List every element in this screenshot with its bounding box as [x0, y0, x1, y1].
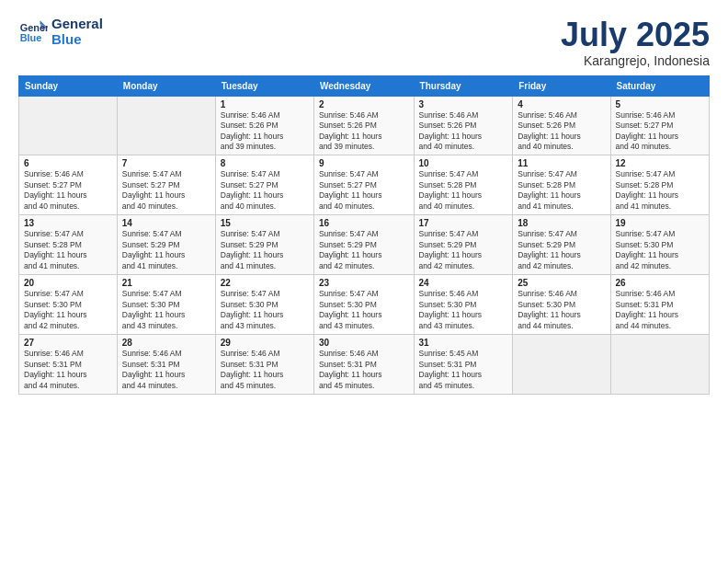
week-row-4: 20Sunrise: 5:47 AM Sunset: 5:30 PM Dayli… — [19, 275, 710, 335]
day-detail: Sunrise: 5:46 AM Sunset: 5:26 PM Dayligh… — [221, 110, 309, 153]
svg-text:Blue: Blue — [20, 32, 42, 43]
day-number: 22 — [221, 278, 309, 288]
calendar-cell — [117, 96, 215, 155]
day-number: 29 — [221, 338, 309, 348]
day-detail: Sunrise: 5:45 AM Sunset: 5:31 PM Dayligh… — [419, 349, 508, 391]
day-detail: Sunrise: 5:47 AM Sunset: 5:30 PM Dayligh… — [221, 289, 309, 331]
day-number: 24 — [419, 278, 508, 288]
calendar-cell: 2Sunrise: 5:46 AM Sunset: 5:26 PM Daylig… — [313, 96, 414, 155]
calendar-cell: 5Sunrise: 5:46 AM Sunset: 5:27 PM Daylig… — [610, 96, 709, 155]
day-number: 4 — [518, 99, 605, 109]
calendar-table: Sunday Monday Tuesday Wednesday Thursday… — [18, 75, 710, 395]
day-detail: Sunrise: 5:46 AM Sunset: 5:31 PM Dayligh… — [24, 349, 112, 391]
calendar-cell: 26Sunrise: 5:46 AM Sunset: 5:31 PM Dayli… — [610, 275, 709, 335]
calendar-cell: 12Sunrise: 5:47 AM Sunset: 5:28 PM Dayli… — [610, 155, 709, 215]
calendar-cell: 20Sunrise: 5:47 AM Sunset: 5:30 PM Dayli… — [19, 275, 118, 335]
week-row-2: 6Sunrise: 5:46 AM Sunset: 5:27 PM Daylig… — [19, 155, 710, 215]
day-detail: Sunrise: 5:47 AM Sunset: 5:30 PM Dayligh… — [616, 229, 704, 271]
day-number: 7 — [122, 158, 210, 168]
day-detail: Sunrise: 5:47 AM Sunset: 5:28 PM Dayligh… — [518, 169, 605, 212]
day-number: 26 — [616, 278, 704, 288]
day-number: 31 — [419, 338, 508, 348]
day-number: 13 — [24, 218, 112, 228]
day-number: 17 — [419, 218, 508, 228]
day-number: 2 — [319, 99, 409, 109]
calendar-cell: 10Sunrise: 5:47 AM Sunset: 5:28 PM Dayli… — [414, 155, 513, 215]
col-sunday: Sunday — [19, 75, 118, 96]
day-detail: Sunrise: 5:46 AM Sunset: 5:31 PM Dayligh… — [616, 289, 704, 331]
day-detail: Sunrise: 5:46 AM Sunset: 5:31 PM Dayligh… — [221, 349, 309, 391]
calendar-cell: 18Sunrise: 5:47 AM Sunset: 5:29 PM Dayli… — [513, 215, 610, 275]
calendar-cell: 24Sunrise: 5:46 AM Sunset: 5:30 PM Dayli… — [414, 275, 513, 335]
calendar-cell: 28Sunrise: 5:46 AM Sunset: 5:31 PM Dayli… — [117, 335, 215, 395]
day-detail: Sunrise: 5:47 AM Sunset: 5:28 PM Dayligh… — [24, 229, 112, 271]
logo-line1: General — [51, 17, 103, 32]
day-detail: Sunrise: 5:47 AM Sunset: 5:29 PM Dayligh… — [419, 229, 508, 271]
col-monday: Monday — [117, 75, 215, 96]
day-number: 19 — [616, 218, 704, 228]
logo-icon: General Blue — [18, 17, 48, 47]
calendar-cell: 19Sunrise: 5:47 AM Sunset: 5:30 PM Dayli… — [610, 215, 709, 275]
calendar-cell — [610, 335, 709, 395]
calendar-cell: 21Sunrise: 5:47 AM Sunset: 5:30 PM Dayli… — [117, 275, 215, 335]
subtitle: Karangrejo, Indonesia — [561, 53, 710, 68]
day-number: 3 — [419, 99, 508, 109]
day-detail: Sunrise: 5:46 AM Sunset: 5:30 PM Dayligh… — [419, 289, 508, 331]
calendar-cell: 9Sunrise: 5:47 AM Sunset: 5:27 PM Daylig… — [313, 155, 414, 215]
calendar-cell: 23Sunrise: 5:47 AM Sunset: 5:30 PM Dayli… — [313, 275, 414, 335]
calendar-cell: 6Sunrise: 5:46 AM Sunset: 5:27 PM Daylig… — [19, 155, 118, 215]
day-number: 5 — [616, 99, 704, 109]
col-thursday: Thursday — [414, 75, 513, 96]
day-detail: Sunrise: 5:46 AM Sunset: 5:27 PM Dayligh… — [616, 110, 704, 153]
calendar-cell: 30Sunrise: 5:46 AM Sunset: 5:31 PM Dayli… — [313, 335, 414, 395]
calendar-cell: 8Sunrise: 5:47 AM Sunset: 5:27 PM Daylig… — [215, 155, 313, 215]
col-friday: Friday — [513, 75, 610, 96]
calendar-cell — [513, 335, 610, 395]
day-number: 1 — [221, 99, 309, 109]
day-detail: Sunrise: 5:47 AM Sunset: 5:29 PM Dayligh… — [221, 229, 309, 271]
day-number: 11 — [518, 158, 605, 168]
day-number: 10 — [419, 158, 508, 168]
day-detail: Sunrise: 5:46 AM Sunset: 5:31 PM Dayligh… — [319, 349, 409, 391]
day-detail: Sunrise: 5:47 AM Sunset: 5:30 PM Dayligh… — [319, 289, 409, 331]
col-saturday: Saturday — [610, 75, 709, 96]
calendar-cell: 31Sunrise: 5:45 AM Sunset: 5:31 PM Dayli… — [414, 335, 513, 395]
day-detail: Sunrise: 5:47 AM Sunset: 5:27 PM Dayligh… — [122, 169, 210, 212]
col-wednesday: Wednesday — [313, 75, 414, 96]
day-detail: Sunrise: 5:46 AM Sunset: 5:26 PM Dayligh… — [518, 110, 605, 153]
calendar-cell — [19, 96, 118, 155]
day-detail: Sunrise: 5:46 AM Sunset: 5:31 PM Dayligh… — [122, 349, 210, 391]
calendar-cell: 11Sunrise: 5:47 AM Sunset: 5:28 PM Dayli… — [513, 155, 610, 215]
calendar-cell: 7Sunrise: 5:47 AM Sunset: 5:27 PM Daylig… — [117, 155, 215, 215]
calendar-cell: 16Sunrise: 5:47 AM Sunset: 5:29 PM Dayli… — [313, 215, 414, 275]
day-number: 12 — [616, 158, 704, 168]
calendar-cell: 25Sunrise: 5:46 AM Sunset: 5:30 PM Dayli… — [513, 275, 610, 335]
title-block: July 2025 Karangrejo, Indonesia — [561, 17, 710, 68]
header-row: Sunday Monday Tuesday Wednesday Thursday… — [19, 75, 710, 96]
main-title: July 2025 — [561, 17, 710, 53]
day-number: 28 — [122, 338, 210, 348]
day-number: 30 — [319, 338, 409, 348]
page: General Blue General Blue July 2025 Kara… — [0, 0, 728, 563]
day-number: 20 — [24, 278, 112, 288]
day-number: 6 — [24, 158, 112, 168]
day-number: 27 — [24, 338, 112, 348]
header: General Blue General Blue July 2025 Kara… — [18, 17, 710, 68]
day-detail: Sunrise: 5:47 AM Sunset: 5:30 PM Dayligh… — [122, 289, 210, 331]
calendar-cell: 1Sunrise: 5:46 AM Sunset: 5:26 PM Daylig… — [215, 96, 313, 155]
calendar-cell: 29Sunrise: 5:46 AM Sunset: 5:31 PM Dayli… — [215, 335, 313, 395]
logo-line2: Blue — [51, 32, 103, 48]
week-row-5: 27Sunrise: 5:46 AM Sunset: 5:31 PM Dayli… — [19, 335, 710, 395]
day-number: 8 — [221, 158, 309, 168]
day-detail: Sunrise: 5:46 AM Sunset: 5:26 PM Dayligh… — [419, 110, 508, 153]
calendar-cell: 14Sunrise: 5:47 AM Sunset: 5:29 PM Dayli… — [117, 215, 215, 275]
day-detail: Sunrise: 5:47 AM Sunset: 5:27 PM Dayligh… — [221, 169, 309, 212]
day-number: 16 — [319, 218, 409, 228]
calendar-cell: 17Sunrise: 5:47 AM Sunset: 5:29 PM Dayli… — [414, 215, 513, 275]
calendar-cell: 27Sunrise: 5:46 AM Sunset: 5:31 PM Dayli… — [19, 335, 118, 395]
day-number: 15 — [221, 218, 309, 228]
day-detail: Sunrise: 5:46 AM Sunset: 5:26 PM Dayligh… — [319, 110, 409, 153]
calendar-cell: 13Sunrise: 5:47 AM Sunset: 5:28 PM Dayli… — [19, 215, 118, 275]
day-detail: Sunrise: 5:47 AM Sunset: 5:27 PM Dayligh… — [319, 169, 409, 212]
logo: General Blue General Blue — [18, 17, 103, 47]
